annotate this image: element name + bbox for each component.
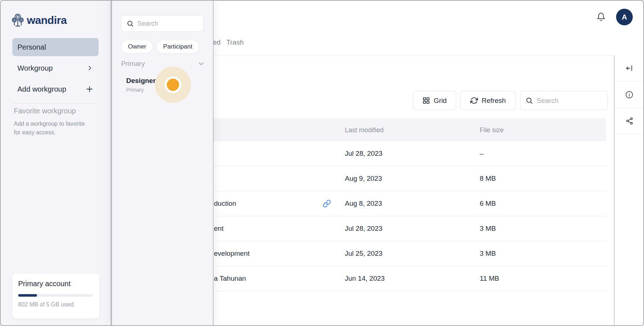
chip-label: Participant bbox=[163, 43, 192, 50]
collapse-panel-button[interactable] bbox=[615, 55, 644, 82]
group-dropdown-label: Primary bbox=[121, 60, 145, 68]
file-last-modified: Jul 28, 2023 bbox=[345, 150, 383, 158]
file-name: evelopment bbox=[214, 250, 249, 258]
panel-search bbox=[121, 15, 203, 32]
filter-chips: Owner Participant bbox=[121, 40, 199, 54]
link-icon bbox=[323, 200, 331, 208]
file-size: 3 MB bbox=[480, 250, 496, 258]
tab-bar: ed Trash bbox=[213, 38, 244, 46]
panel-search-input[interactable] bbox=[137, 20, 198, 28]
column-last-modified: Last modified bbox=[345, 126, 384, 134]
sidebar-item-add-workgroup[interactable]: Add workgroup bbox=[12, 80, 99, 98]
table-row[interactable]: duction Aug 8, 2023 6 MB bbox=[213, 191, 606, 216]
search-icon bbox=[525, 97, 533, 104]
workgroup-item-subtitle: Primary bbox=[126, 87, 156, 93]
storage-progress-track bbox=[18, 294, 93, 297]
favorite-workgroup-title: Favorite workgroup bbox=[14, 107, 76, 115]
sidebar-item-personal[interactable]: Personal bbox=[12, 38, 99, 56]
file-name: ent bbox=[214, 225, 223, 233]
bell-icon bbox=[596, 12, 606, 21]
grid-icon bbox=[422, 97, 430, 104]
favorite-workgroup-description: Add a workgroup to favorite for easy acc… bbox=[14, 120, 91, 137]
filter-chip-owner[interactable]: Owner bbox=[121, 40, 153, 54]
file-size: 3 MB bbox=[480, 225, 496, 233]
info-icon bbox=[625, 91, 633, 99]
workgroup-item-designer[interactable]: Designer Primary bbox=[126, 77, 156, 93]
notifications-button[interactable] bbox=[593, 9, 609, 25]
drag-cursor-dot[interactable] bbox=[167, 79, 179, 91]
table-row[interactable]: a Tahunan Jun 14, 2023 11 MB bbox=[213, 266, 606, 291]
file-table: Last modified File size Jul 28, 2023 – bbox=[213, 118, 606, 291]
refresh-button[interactable]: Refresh bbox=[460, 91, 516, 110]
share-button[interactable] bbox=[615, 108, 644, 134]
table-header: Last modified File size bbox=[213, 118, 606, 141]
storage-progress-fill bbox=[18, 294, 37, 297]
file-size: 6 MB bbox=[480, 200, 496, 208]
file-last-modified: Aug 8, 2023 bbox=[345, 200, 382, 208]
file-last-modified: Jul 25, 2023 bbox=[345, 250, 383, 258]
file-search bbox=[520, 91, 608, 110]
sidebar-item-label: Workgroup bbox=[17, 64, 53, 72]
collapse-panel-icon bbox=[625, 64, 633, 72]
file-name: a Tahunan bbox=[214, 275, 246, 283]
group-dropdown[interactable]: Primary bbox=[121, 60, 205, 68]
chip-label: Owner bbox=[128, 43, 146, 50]
sidebar-nav: Personal Workgroup Add workgroup bbox=[12, 38, 99, 98]
search-icon bbox=[127, 20, 134, 27]
file-last-modified: Jul 28, 2023 bbox=[345, 225, 383, 233]
file-size: – bbox=[480, 150, 484, 158]
sidebar: wandira Personal Workgroup Add workgroup bbox=[1, 1, 111, 325]
wandira-tree-icon bbox=[12, 13, 24, 28]
brand-name: wandira bbox=[27, 14, 67, 26]
file-name: duction bbox=[214, 200, 236, 208]
app-window: A ed Trash Grid Refresh bbox=[0, 0, 644, 326]
share-icon bbox=[626, 117, 633, 125]
file-size: 11 MB bbox=[480, 275, 499, 283]
storage-card-title: Primary account bbox=[18, 280, 94, 288]
tab-partial[interactable]: ed bbox=[213, 38, 220, 46]
refresh-button-label: Refresh bbox=[482, 97, 506, 105]
filter-chip-participant[interactable]: Participant bbox=[156, 40, 199, 54]
storage-usage-text: 802 MB of 5 GB used. bbox=[18, 301, 94, 308]
chevron-down-icon bbox=[197, 60, 205, 68]
column-file-size: File size bbox=[480, 126, 504, 134]
grid-button-label: Grid bbox=[434, 97, 447, 105]
chevron-right-icon bbox=[86, 64, 94, 72]
plus-icon bbox=[86, 85, 94, 93]
table-body: Jul 28, 2023 – Aug 9, 2023 8 MB duction … bbox=[213, 141, 606, 291]
sidebar-item-label: Add workgroup bbox=[17, 85, 66, 93]
sidebar-item-label: Personal bbox=[17, 43, 46, 51]
table-row[interactable]: Jul 28, 2023 – bbox=[213, 141, 606, 166]
table-row[interactable]: evelopment Jul 25, 2023 3 MB bbox=[213, 241, 606, 266]
file-last-modified: Aug 9, 2023 bbox=[345, 175, 382, 183]
refresh-icon bbox=[470, 97, 478, 104]
sidebar-divider bbox=[12, 103, 99, 104]
tab-trash[interactable]: Trash bbox=[226, 38, 244, 46]
grid-view-button[interactable]: Grid bbox=[413, 91, 456, 110]
sidebar-item-workgroup[interactable]: Workgroup bbox=[12, 59, 99, 77]
detail-rail bbox=[614, 55, 644, 325]
brand-logo[interactable]: wandira bbox=[12, 13, 67, 28]
workgroup-panel: Owner Participant Primary Designer Prima… bbox=[111, 1, 214, 325]
avatar-initial: A bbox=[622, 13, 627, 21]
file-size: 8 MB bbox=[480, 175, 496, 183]
avatar[interactable]: A bbox=[616, 9, 633, 25]
table-row[interactable]: ent Jul 28, 2023 3 MB bbox=[213, 216, 606, 241]
file-search-input[interactable] bbox=[537, 97, 602, 105]
table-row[interactable]: Aug 9, 2023 8 MB bbox=[213, 166, 606, 191]
info-button[interactable] bbox=[615, 82, 644, 108]
file-last-modified: Jun 14, 2023 bbox=[345, 275, 385, 283]
workgroup-item-name: Designer bbox=[126, 77, 156, 85]
storage-card: Primary account 802 MB of 5 GB used. bbox=[12, 273, 99, 318]
